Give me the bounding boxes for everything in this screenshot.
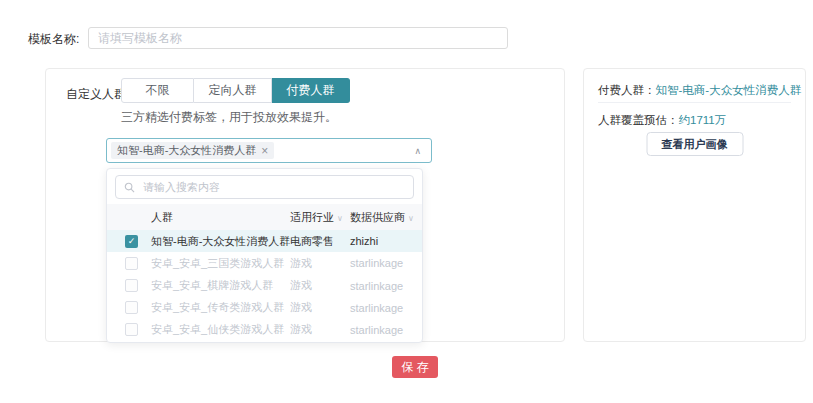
save-button[interactable]: 保存 bbox=[392, 356, 438, 378]
row-audience-name: 安卓_安卓_棋牌游戏人群 bbox=[151, 278, 290, 293]
row-provider: starlinkage bbox=[350, 280, 422, 292]
paid-audience-summary-label: 付费人群： bbox=[598, 84, 656, 96]
checkbox-unchecked[interactable] bbox=[125, 279, 138, 292]
audience-config-panel: 自定义人群 不限 定向人群 付费人群 三方精选付费标签，用于投放效果提升。 知智… bbox=[45, 68, 565, 342]
row-industry: 游戏 bbox=[290, 256, 350, 271]
row-industry: 游戏 bbox=[290, 322, 350, 337]
view-user-profile-button[interactable]: 查看用户画像 bbox=[646, 132, 743, 156]
template-name-label: 模板名称: bbox=[28, 31, 79, 48]
tag-remove-icon[interactable]: × bbox=[261, 145, 268, 157]
table-row[interactable]: 安卓_安卓_仙侠类游戏人群 游戏 starlinkage bbox=[107, 319, 422, 341]
row-provider: starlinkage bbox=[350, 324, 422, 336]
audience-select[interactable]: 知智-电商-大众女性消费人群 × ∧ bbox=[106, 138, 432, 163]
custom-audience-label: 自定义人群 bbox=[66, 86, 126, 103]
dropdown-search-input[interactable] bbox=[141, 180, 405, 194]
table-row[interactable]: ✓ 知智-电商-大众女性消费人群 电商零售 zhizhi bbox=[107, 230, 422, 252]
selected-audience-tag: 知智-电商-大众女性消费人群 × bbox=[111, 142, 274, 159]
row-provider: zhizhi bbox=[350, 235, 422, 247]
paid-audience-summary: 付费人群：知智-电商-大众女性消费人群 bbox=[598, 83, 801, 98]
check-icon: ✓ bbox=[128, 237, 136, 246]
column-header-industry-label: 适用行业 bbox=[290, 211, 334, 223]
table-row[interactable]: 安卓_安卓_传奇类游戏人群 游戏 starlinkage bbox=[107, 297, 422, 319]
column-header-industry: 适用行业∨ bbox=[290, 210, 350, 225]
row-audience-name: 安卓_安卓_传奇类游戏人群 bbox=[151, 300, 290, 315]
dropdown-search bbox=[115, 175, 414, 199]
row-provider: starlinkage bbox=[350, 302, 422, 314]
industry-filter-chevron-down-icon[interactable]: ∨ bbox=[337, 214, 343, 223]
summary-divider bbox=[598, 102, 791, 103]
row-industry: 游戏 bbox=[290, 278, 350, 293]
checkbox-unchecked[interactable] bbox=[125, 323, 138, 336]
row-provider: starlinkage bbox=[350, 257, 422, 269]
row-audience-name: 安卓_安卓_仙侠类游戏人群 bbox=[151, 322, 290, 337]
audience-summary-panel: 付费人群：知智-电商-大众女性消费人群 人群覆盖预估：约1711万 查看用户画像 bbox=[583, 68, 806, 342]
column-header-provider-label: 数据供应商 bbox=[350, 211, 405, 223]
chevron-up-icon[interactable]: ∧ bbox=[414, 146, 421, 156]
table-row[interactable]: 安卓_安卓_三国类游戏人群 游戏 starlinkage bbox=[107, 252, 422, 274]
search-icon bbox=[124, 182, 135, 193]
coverage-estimate: 人群覆盖预估：约1711万 bbox=[598, 113, 726, 128]
column-header-audience: 人群 bbox=[151, 210, 290, 225]
row-audience-name: 安卓_安卓_三国类游戏人群 bbox=[151, 256, 290, 271]
audience-table-body: ✓ 知智-电商-大众女性消费人群 电商零售 zhizhi 安卓_安卓_三国类游戏… bbox=[107, 230, 422, 341]
tab-targeted-audience[interactable]: 定向人群 bbox=[194, 78, 272, 103]
coverage-estimate-value: 约1711万 bbox=[679, 114, 727, 126]
audience-type-tabs: 不限 定向人群 付费人群 bbox=[121, 78, 350, 103]
column-header-provider: 数据供应商∨ bbox=[350, 210, 422, 225]
checkbox-unchecked[interactable] bbox=[125, 301, 138, 314]
audience-table-header: 人群 适用行业∨ 数据供应商∨ bbox=[107, 204, 422, 230]
audience-dropdown: 人群 适用行业∨ 数据供应商∨ ✓ 知智-电商-大众女性消费人群 电商零售 zh… bbox=[106, 168, 423, 343]
selected-audience-tag-label: 知智-电商-大众女性消费人群 bbox=[117, 143, 256, 158]
row-industry: 电商零售 bbox=[290, 234, 350, 249]
paid-audience-hint: 三方精选付费标签，用于投放效果提升。 bbox=[121, 109, 337, 126]
template-name-input[interactable] bbox=[88, 27, 508, 49]
checkbox-unchecked[interactable] bbox=[125, 257, 138, 270]
tab-unlimited[interactable]: 不限 bbox=[121, 78, 194, 103]
row-audience-name: 知智-电商-大众女性消费人群 bbox=[151, 234, 290, 249]
row-industry: 游戏 bbox=[290, 300, 350, 315]
checkbox-checked[interactable]: ✓ bbox=[125, 235, 138, 248]
tab-paid-audience[interactable]: 付费人群 bbox=[272, 78, 350, 103]
provider-filter-chevron-down-icon[interactable]: ∨ bbox=[408, 214, 414, 223]
paid-audience-summary-value: 知智-电商-大众女性消费人群 bbox=[656, 84, 802, 96]
table-row[interactable]: 安卓_安卓_棋牌游戏人群 游戏 starlinkage bbox=[107, 274, 422, 296]
coverage-estimate-label: 人群覆盖预估： bbox=[598, 114, 679, 126]
